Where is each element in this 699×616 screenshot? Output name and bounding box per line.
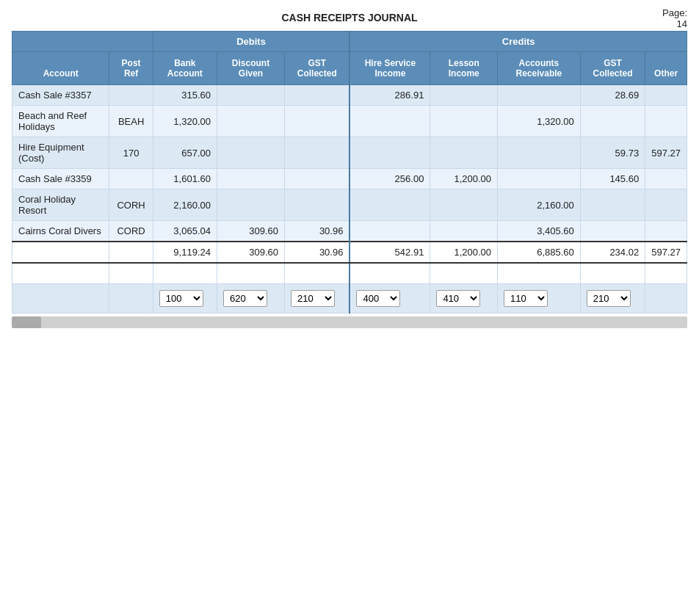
- dropdown-bank-account[interactable]: 100: [159, 290, 203, 307]
- totals-gst-debit: 30.96: [285, 242, 350, 263]
- cell-bank-account: 3,065.04: [153, 221, 217, 242]
- table-row: Coral Holiday ResortCORH2,160.002,160.00: [12, 189, 687, 221]
- cell-post-ref: [109, 169, 153, 189]
- cell-gst-debit: [285, 137, 350, 169]
- cell-other: [645, 85, 687, 106]
- table-row: Beach and Reef HolidaysBEAH1,320.001,320…: [12, 106, 687, 137]
- cell-lesson-income: [430, 137, 498, 169]
- cell-gst-debit: [285, 106, 350, 137]
- empty-cell: [580, 263, 645, 283]
- page-number: 14: [677, 18, 687, 29]
- dropdown-gst-debit-cell[interactable]: 210: [285, 283, 350, 313]
- col-bank-account: Bank Account: [153, 52, 217, 85]
- empty-cell: [153, 263, 217, 283]
- cell-post-ref: CORD: [109, 221, 153, 242]
- totals-lesson-income: 1,200.00: [430, 242, 498, 263]
- dropdown-row[interactable]: 100620210400410110210: [12, 283, 687, 313]
- cell-discount-given: [217, 137, 284, 169]
- dropdown-gst-debit[interactable]: 210: [291, 290, 335, 307]
- totals-bank-account: 9,119.24: [153, 242, 217, 263]
- cell-other: [645, 106, 687, 137]
- table-scroll-area[interactable]: Debits Credits Account Post Ref Bank Acc…: [12, 31, 687, 314]
- scrollbar-thumb: [12, 316, 41, 328]
- totals-other: 597.27: [645, 242, 687, 263]
- cell-bank-account: 1,601.60: [153, 169, 217, 189]
- table-row: Cash Sale #3357315.60286.9128.69: [12, 85, 687, 106]
- totals-accounts-receivable: 6,885.60: [498, 242, 581, 263]
- cell-gst-debit: [285, 85, 350, 106]
- empty-cell: [109, 263, 153, 283]
- cell-accounts-receivable: [498, 85, 581, 106]
- col-other: Other: [645, 52, 687, 85]
- dropdown-lesson-income-cell[interactable]: 410: [430, 283, 498, 313]
- cell-discount-given: [217, 106, 284, 137]
- cell-discount-given: [217, 169, 284, 189]
- empty-cell: [12, 263, 109, 283]
- cell-account: Cash Sale #3359: [12, 169, 109, 189]
- dropdown-gst-credit-cell[interactable]: 210: [580, 283, 645, 313]
- cell-accounts-receivable: 1,320.00: [498, 106, 581, 137]
- cell-accounts-receivable: [498, 169, 581, 189]
- col-accounts-receivable: Accounts Receivable: [498, 52, 581, 85]
- cell-discount-given: 309.60: [217, 221, 284, 242]
- cell-gst-debit: [285, 169, 350, 189]
- table-row: Cairns Coral DiversCORD3,065.04309.6030.…: [12, 221, 687, 242]
- cell-accounts-receivable: 2,160.00: [498, 189, 581, 221]
- cell-gst-credit: [580, 189, 645, 221]
- cell-post-ref: CORH: [109, 189, 153, 221]
- totals-gst-credit: 234.02: [580, 242, 645, 263]
- empty-cell: [285, 263, 350, 283]
- cell-hire-service: [350, 221, 430, 242]
- cell-bank-account: 315.60: [153, 85, 217, 106]
- cell-lesson-income: [430, 85, 498, 106]
- cell-other: [645, 169, 687, 189]
- cell-gst-debit: [285, 189, 350, 221]
- cell-post-ref: 170: [109, 137, 153, 169]
- cell-lesson-income: [430, 221, 498, 242]
- cell-discount-given: [217, 189, 284, 221]
- dropdown-empty: [109, 283, 153, 313]
- cell-hire-service: 286.91: [350, 85, 430, 106]
- cash-receipts-table: Debits Credits Account Post Ref Bank Acc…: [12, 31, 687, 314]
- header-col-row: Account Post Ref Bank Account Discount G…: [12, 52, 687, 85]
- totals-row: 9,119.24309.6030.96542.911,200.006,885.6…: [12, 242, 687, 263]
- horizontal-scrollbar[interactable]: [12, 316, 687, 328]
- cell-accounts-receivable: [498, 137, 581, 169]
- cell-lesson-income: [430, 106, 498, 137]
- dropdown-lesson-income[interactable]: 410: [436, 290, 480, 307]
- cell-bank-account: 2,160.00: [153, 189, 217, 221]
- cell-other: [645, 221, 687, 242]
- cell-account: Coral Holiday Resort: [12, 189, 109, 221]
- header-group-row: Debits Credits: [12, 32, 687, 52]
- cell-gst-credit: [580, 221, 645, 242]
- cell-other: 597.27: [645, 137, 687, 169]
- empty-cell: [498, 263, 581, 283]
- dropdown-bank-account-cell[interactable]: 100: [153, 283, 217, 313]
- empty-cell: [645, 263, 687, 283]
- header-debits: Debits: [153, 32, 350, 52]
- cell-accounts-receivable: 3,405.60: [498, 221, 581, 242]
- dropdown-gst-credit[interactable]: 210: [587, 290, 631, 307]
- col-hire-service-income: Hire Service Income: [350, 52, 430, 85]
- dropdown-empty: [12, 283, 109, 313]
- totals-hire-service: 542.91: [350, 242, 430, 263]
- dropdown-hire-service-cell[interactable]: 400: [350, 283, 430, 313]
- dropdown-hire-service[interactable]: 400: [356, 290, 400, 307]
- cell-lesson-income: 1,200.00: [430, 169, 498, 189]
- cell-account: Hire Equipment (Cost): [12, 137, 109, 169]
- col-post-ref: Post Ref: [109, 52, 153, 85]
- cell-bank-account: 657.00: [153, 137, 217, 169]
- cell-account: Beach and Reef Holidays: [12, 106, 109, 137]
- empty-cell: [217, 263, 284, 283]
- cell-hire-service: [350, 106, 430, 137]
- dropdown-accounts-receivable-cell[interactable]: 110: [498, 283, 581, 313]
- page-number-block: Page: 14: [662, 7, 687, 29]
- col-lesson-income: Lesson Income: [430, 52, 498, 85]
- dropdown-discount-given[interactable]: 620: [223, 290, 267, 307]
- cell-post-ref: [109, 85, 153, 106]
- dropdown-discount-given-cell[interactable]: 620: [217, 283, 284, 313]
- cell-lesson-income: [430, 189, 498, 221]
- dropdown-accounts-receivable[interactable]: 110: [504, 290, 548, 307]
- table-body: Cash Sale #3357315.60286.9128.69Beach an…: [12, 85, 687, 314]
- cell-gst-credit: 59.73: [580, 137, 645, 169]
